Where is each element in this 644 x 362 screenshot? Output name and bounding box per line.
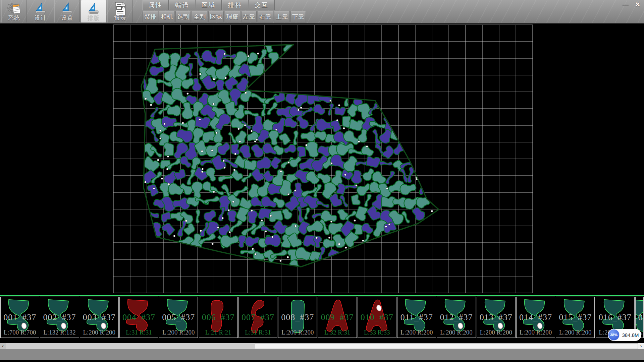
progress-badge: 38% 384.8M [608, 329, 641, 341]
part-lr-label: L:21 R:21 [199, 329, 237, 336]
menu-tab-bar: 属性编辑区域排料交互 [143, 0, 275, 10]
part-thumbnail-14[interactable]: 014_#37L:200 R:200 [516, 297, 555, 338]
part-lr-label: L:31 R:31 [239, 329, 277, 336]
part-id-label: 006_#37 [199, 312, 237, 322]
menu-tab-4[interactable]: 排料 [222, 0, 249, 10]
part-id-label: 005_#37 [159, 312, 198, 322]
part-thumbnail-15[interactable]: 015_#37L:200 R:200 [556, 297, 595, 338]
part-id-label: 012_#37 [437, 312, 475, 322]
part-lr-label: L:32 R:31 [318, 329, 356, 336]
part-thumbnail-4[interactable]: 004_#37L:31 R:31 [119, 297, 158, 338]
tool-button-1[interactable]: 聚排 [143, 11, 158, 22]
close-button[interactable]: ✕ [633, 1, 642, 9]
tool-button-5[interactable]: 区域 [208, 11, 224, 22]
part-id-label: 016_#37 [596, 312, 634, 322]
part-id-label: 003_#37 [80, 312, 118, 322]
tool-button-2[interactable]: 相机 [159, 11, 174, 22]
part-id-label: 015_#37 [556, 312, 594, 322]
tool-button-row: 聚排相机选割全割区域瑕疵左靠右靠上靠下靠 [143, 10, 307, 23]
toolbar: 系统 设计 设置 排版 报表 属性编辑区域排料交互 聚 [0, 0, 644, 23]
tool-button-9[interactable]: 上靠 [274, 11, 289, 22]
menu-tab-3[interactable]: 区域 [196, 0, 222, 10]
menu-tab-5[interactable]: 交互 [249, 0, 275, 10]
app-button-4[interactable]: 排版 [81, 0, 106, 22]
system-icon [2, 0, 26, 15]
part-lr-label: L:700 R:700 [1, 329, 39, 336]
app-button-label: 系统 [2, 15, 26, 21]
part-thumbnail-6[interactable]: 006_#37L:21 R:21 [199, 297, 238, 338]
part-lr-label: L:200 R:200 [159, 329, 198, 336]
nesting-drawing [0, 23, 644, 295]
part-thumbnail-13[interactable]: 013_#37L:200 R:200 [477, 297, 516, 338]
part-thumbnail-1[interactable]: 001_#37L:700 R:700 [0, 297, 39, 338]
report-icon [108, 0, 132, 15]
status-bar [0, 349, 644, 360]
part-id-label: 002_#37 [40, 312, 78, 322]
part-thumbnail-12[interactable]: 012_#37L:200 R:200 [437, 297, 476, 338]
design-icon [28, 0, 53, 15]
window-controls: — ✕ [621, 1, 642, 9]
part-lr-label: L:200 R:200 [556, 329, 594, 336]
app-button-5[interactable]: 报表 [107, 0, 133, 22]
parts-strip: 001_#37L:700 R:700002_#37L:132 R:132003_… [0, 296, 644, 339]
app-button-3[interactable]: 设置 [54, 0, 80, 22]
app-mode-buttons: 系统 设计 设置 排版 报表 [1, 0, 134, 22]
part-thumbnail-10[interactable]: 010_#37L:33 R:33 [358, 297, 396, 338]
part-id-label: 010_#37 [358, 312, 396, 322]
part-id-label: 0 [636, 312, 643, 322]
part-thumbnail-11[interactable]: 011_#37L:200 R:200 [397, 297, 436, 338]
scroll-thumb[interactable] [255, 343, 638, 349]
tool-button-3[interactable]: 选割 [175, 11, 191, 22]
part-thumbnail-5[interactable]: 005_#37L:200 R:200 [159, 297, 198, 338]
part-thumbnail-8[interactable]: 008_#37L:200 R:200 [278, 297, 317, 338]
scroll-left-button[interactable]: ‹ [0, 343, 6, 349]
progress-percent: 38% [610, 333, 618, 337]
tool-button-8[interactable]: 右靠 [258, 11, 273, 22]
part-id-label: 011_#37 [397, 312, 436, 322]
part-thumbnail-7[interactable]: 007_#37L:31 R:31 [238, 297, 277, 338]
part-lr-label: L:200 R:200 [278, 329, 317, 336]
nesting-canvas[interactable] [0, 23, 644, 295]
part-id-label: 004_#37 [120, 312, 158, 322]
part-lr-label: L:200 R:200 [80, 329, 118, 336]
settings-icon [55, 0, 79, 15]
part-lr-label: L:31 R:31 [120, 329, 158, 336]
menu-tab-2[interactable]: 编辑 [169, 0, 196, 10]
app-button-label: 设置 [55, 15, 79, 21]
menu-tab-1[interactable]: 属性 [143, 0, 169, 10]
part-id-label: 009_#37 [318, 312, 356, 322]
horizontal-scrollbar[interactable]: ‹ › [0, 343, 644, 349]
part-id-label: 013_#37 [477, 312, 515, 322]
tool-button-6[interactable]: 瑕疵 [225, 11, 240, 22]
tool-button-7[interactable]: 左靠 [241, 11, 257, 22]
app-button-1[interactable]: 系统 [1, 0, 27, 22]
part-lr-label: L:200 R:200 [397, 329, 436, 336]
part-thumbnail-9[interactable]: 009_#37L:32 R:31 [318, 297, 357, 338]
part-lr-label: L:33 R:33 [358, 329, 396, 336]
tool-button-4[interactable]: 全割 [192, 11, 207, 22]
part-id-label: 008_#37 [278, 312, 317, 322]
app-button-label: 设计 [28, 15, 53, 21]
part-lr-label: L:132 R:132 [40, 329, 78, 336]
minimize-button[interactable]: — [621, 1, 630, 9]
part-lr-label: L:200 R:200 [477, 329, 515, 336]
progress-circle: 38% [608, 329, 620, 341]
tool-button-10[interactable]: 下靠 [290, 11, 306, 22]
part-id-label: 007_#37 [239, 312, 277, 322]
part-lr-label: L:200 R:200 [517, 329, 555, 336]
part-thumbnail-3[interactable]: 003_#37L:200 R:200 [80, 297, 119, 338]
part-lr-label: L:200 R:200 [437, 329, 475, 336]
scroll-right-button[interactable]: › [638, 343, 644, 349]
app-button-2[interactable]: 设计 [28, 0, 53, 22]
app-button-label: 排版 [81, 15, 106, 21]
part-id-label: 001_#37 [1, 312, 39, 322]
part-id-label: 014_#37 [517, 312, 555, 322]
memory-usage: 384.8M [620, 332, 641, 338]
app-button-label: 报表 [108, 15, 132, 21]
part-thumbnail-2[interactable]: 002_#37L:132 R:132 [40, 297, 79, 338]
layout-icon [81, 0, 106, 15]
